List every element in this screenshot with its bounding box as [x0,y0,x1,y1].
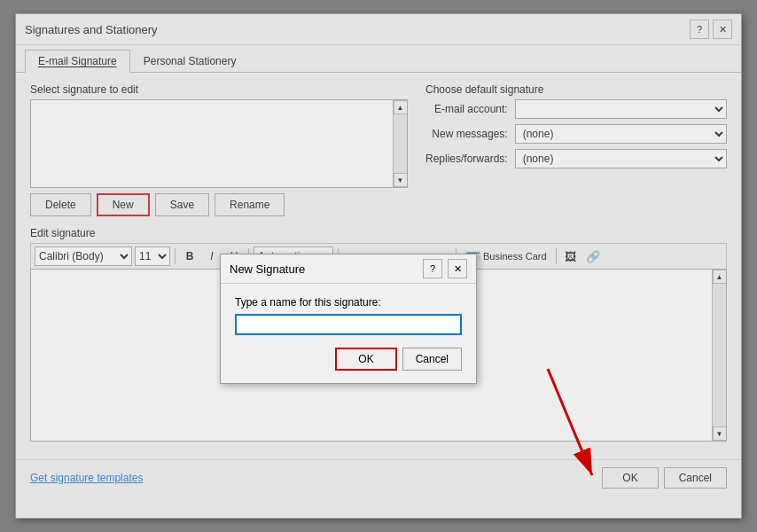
new-sig-controls: ? ✕ [423,259,467,278]
new-sig-button-row: OK Cancel [235,348,462,371]
new-sig-close-button[interactable]: ✕ [448,259,467,278]
new-sig-body-label: Type a name for this signature: [235,296,462,309]
new-sig-ok-button[interactable]: OK [335,348,396,371]
new-sig-title-bar: New Signature ? ✕ [221,254,476,284]
new-signature-dialog: New Signature ? ✕ Type a name for this s… [220,254,477,384]
new-sig-title-text: New Signature [230,262,305,276]
new-sig-help-button[interactable]: ? [423,259,442,278]
new-sig-body: Type a name for this signature: OK Cance… [221,284,476,383]
new-sig-name-input[interactable] [235,314,462,335]
new-sig-cancel-button[interactable]: Cancel [402,348,462,371]
main-dialog: Signatures and Stationery ? ✕ E-mail Sig… [15,13,742,519]
